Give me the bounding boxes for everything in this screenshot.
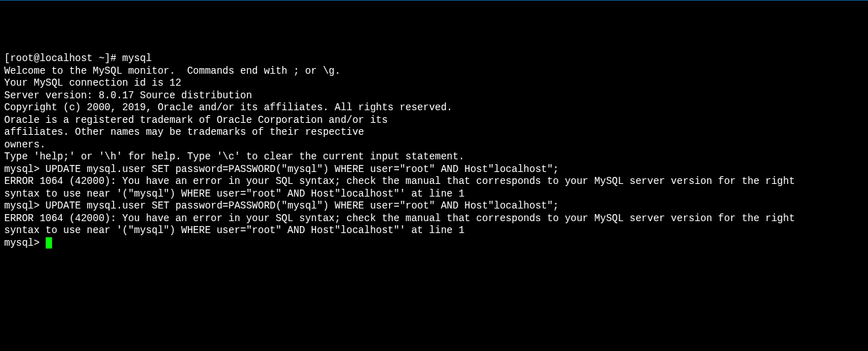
shell-prompt: [root@localhost ~]# — [4, 53, 122, 64]
shell-prompt-line: [root@localhost ~]# mysql — [4, 53, 864, 65]
mysql-query-line: mysql> UPDATE mysql.user SET password=PA… — [4, 164, 864, 176]
mysql-query-line: mysql> UPDATE mysql.user SET password=PA… — [4, 200, 864, 213]
mysql-prompt: mysql> — [4, 164, 46, 175]
connection-id-line: Your MySQL connection id is 12 — [4, 77, 864, 90]
trademark-line: Oracle is a registered trademark of Orac… — [4, 114, 864, 127]
sql-query: UPDATE mysql.user SET password=PASSWORD(… — [46, 200, 559, 211]
shell-command: mysql — [122, 53, 152, 64]
trademark-line: owners. — [4, 139, 864, 152]
mysql-prompt: mysql> — [4, 237, 46, 250]
error-line: ERROR 1064 (42000): You have an error in… — [4, 176, 864, 188]
mysql-active-prompt-line[interactable]: mysql> — [4, 237, 864, 250]
error-line: syntax to use near '("mysql") WHERE user… — [4, 225, 864, 237]
copyright-line: Copyright (c) 2000, 2019, Oracle and/or … — [4, 102, 864, 114]
mysql-prompt: mysql> — [4, 200, 46, 211]
server-version-line: Server version: 8.0.17 Source distributi… — [4, 90, 864, 102]
cursor-icon — [46, 237, 52, 249]
help-line: Type 'help;' or '\h' for help. Type '\c'… — [4, 151, 864, 164]
sql-query: UPDATE mysql.user SET password=PASSWORD(… — [46, 164, 559, 175]
trademark-line: affiliates. Other names may be trademark… — [4, 126, 864, 139]
error-line: syntax to use near '("mysql") WHERE user… — [4, 188, 864, 201]
error-line: ERROR 1064 (42000): You have an error in… — [4, 213, 864, 225]
terminal-output[interactable]: [root@localhost ~]# mysqlWelcome to the … — [4, 53, 864, 249]
welcome-line: Welcome to the MySQL monitor. Commands e… — [4, 65, 864, 78]
